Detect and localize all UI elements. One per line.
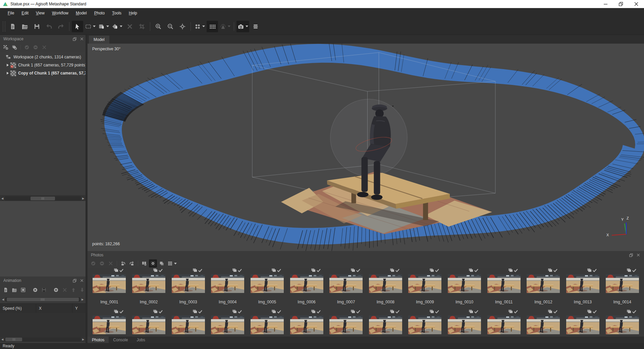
add-plus-button[interactable]: [52, 286, 60, 294]
menu-file[interactable]: File: [4, 8, 18, 18]
open-button[interactable]: [19, 21, 31, 32]
zoom-out-button[interactable]: [165, 21, 176, 32]
photo-thumbnail[interactable]: Img_0010: [445, 268, 484, 304]
animation-hscrollbar[interactable]: ◀ ▶: [0, 336, 86, 342]
photo-thumbnail[interactable]: [366, 309, 406, 334]
undo-button[interactable]: [43, 21, 55, 32]
new-document-button[interactable]: [2, 286, 10, 294]
menu-workflow[interactable]: Workflow: [48, 8, 72, 18]
photo-thumbnail[interactable]: Img_0006: [287, 268, 326, 304]
photo-thumbnail[interactable]: [248, 309, 287, 334]
remove-x-button[interactable]: [40, 43, 48, 51]
photo-thumbnail[interactable]: Img_0003: [168, 268, 208, 304]
photo-thumbnail[interactable]: Img_0004: [208, 268, 248, 304]
tree-item[interactable]: Copy of Chunk 1 (657 cameras, 57,729: [0, 69, 86, 77]
photo-thumbnail[interactable]: [129, 309, 169, 334]
save-button[interactable]: [40, 286, 48, 294]
crop-button[interactable]: [136, 21, 148, 32]
rotate-tool-button[interactable]: [111, 21, 123, 32]
menu-view[interactable]: View: [32, 8, 48, 18]
animation-float-icon[interactable]: [71, 277, 78, 284]
new-document-button[interactable]: [7, 21, 18, 32]
workspace-hscrollbar[interactable]: ◀ ▶: [0, 195, 86, 201]
menu-model[interactable]: Model: [72, 8, 91, 18]
show-masks-button[interactable]: [149, 259, 157, 267]
pan-tool-button[interactable]: [97, 21, 110, 32]
scroll-left-icon[interactable]: ◀: [0, 337, 5, 342]
photo-thumbnail[interactable]: [524, 309, 563, 334]
enable-check-button[interactable]: [89, 259, 97, 267]
add-photos-button[interactable]: [10, 43, 18, 51]
animation-timeline-slider[interactable]: ◀ ▶: [0, 295, 86, 303]
thumbnail-view-button[interactable]: [166, 259, 178, 267]
rotate-right-button[interactable]: [128, 259, 136, 267]
dropdown-arrow-icon[interactable]: [202, 26, 205, 27]
photo-thumbnail[interactable]: Img_0007: [326, 268, 366, 304]
photo-thumbnail[interactable]: Img_0014: [602, 268, 642, 304]
photo-thumbnail[interactable]: [445, 309, 484, 334]
disable-minus-button[interactable]: [98, 259, 106, 267]
save-button[interactable]: [31, 21, 43, 32]
workspace-close-icon[interactable]: [78, 36, 86, 42]
menu-help[interactable]: Help: [125, 8, 141, 18]
dropdown-arrow-icon[interactable]: [120, 26, 122, 27]
scroll-right-icon[interactable]: ▶: [81, 196, 86, 201]
slider-left-icon[interactable]: ◀: [1, 297, 5, 302]
expand-arrow-icon[interactable]: [7, 72, 9, 74]
photo-thumbnail[interactable]: [484, 309, 524, 334]
photo-thumbnail[interactable]: Img_0013: [563, 268, 603, 304]
move-up-button[interactable]: [69, 286, 77, 294]
filter-photos-button[interactable]: [140, 259, 148, 267]
dropdown-arrow-icon[interactable]: [106, 26, 109, 27]
photo-thumbnail[interactable]: [602, 309, 642, 334]
bottom-tab-console[interactable]: Console: [109, 337, 132, 343]
model-viewport[interactable]: Perspective 30° points: 182,266 X Y Z: [88, 44, 644, 251]
tab-model[interactable]: Model: [89, 36, 109, 44]
selection-arrow-button[interactable]: [72, 21, 83, 32]
remove-x-button[interactable]: [61, 286, 69, 294]
enable-check-button[interactable]: [23, 43, 31, 51]
minimize-button[interactable]: [598, 0, 613, 8]
zoom-in-button[interactable]: [153, 21, 164, 32]
photos-float-icon[interactable]: [627, 252, 635, 258]
remove-x-button[interactable]: [107, 259, 115, 267]
photo-thumbnail[interactable]: Img_0008: [366, 268, 406, 304]
dense-cloud-button[interactable]: [207, 21, 218, 32]
dropdown-arrow-icon[interactable]: [93, 26, 96, 27]
photo-thumbnail[interactable]: [90, 309, 129, 334]
photo-overlap-button[interactable]: [158, 259, 166, 267]
photo-thumbnail[interactable]: [405, 309, 445, 334]
move-down-button[interactable]: [78, 286, 86, 294]
menu-tools[interactable]: Tools: [108, 8, 125, 18]
play-button[interactable]: [31, 286, 39, 294]
photo-thumbnail[interactable]: Img_0005: [248, 268, 287, 304]
photo-thumbnail[interactable]: [208, 309, 248, 334]
dropdown-arrow-icon[interactable]: [246, 26, 248, 27]
model-shaded-button[interactable]: [219, 21, 231, 32]
scroll-right-icon[interactable]: ▶: [81, 337, 86, 342]
bottom-tab-photos[interactable]: Photos: [88, 337, 109, 343]
delete-button[interactable]: [124, 21, 136, 32]
photo-thumbnail[interactable]: Img_0001: [90, 268, 129, 304]
photos-close-icon[interactable]: [635, 252, 642, 258]
photo-thumbnail[interactable]: Img_0012: [524, 268, 563, 304]
animation-close-icon[interactable]: [78, 277, 86, 284]
disable-minus-button[interactable]: [32, 43, 40, 51]
photo-thumbnail[interactable]: Img_0009: [405, 268, 445, 304]
bottom-tab-jobs[interactable]: Jobs: [132, 337, 149, 343]
workspace-float-icon[interactable]: [71, 36, 78, 42]
reset-view-button[interactable]: [177, 21, 188, 32]
open-button[interactable]: [10, 286, 18, 294]
photo-thumbnail[interactable]: Img_0011: [484, 268, 524, 304]
add-chunk-button[interactable]: [2, 43, 10, 51]
photo-thumbnail[interactable]: Img_0002: [129, 268, 169, 304]
tree-item[interactable]: Chunk 1 (657 cameras, 57,729 points): [0, 61, 86, 69]
menu-edit[interactable]: Edit: [18, 8, 32, 18]
scroll-left-icon[interactable]: ◀: [0, 196, 5, 201]
tree-item[interactable]: Workspace (2 chunks, 1314 cameras): [0, 53, 86, 61]
photo-thumbnail[interactable]: [287, 309, 326, 334]
expand-arrow-icon[interactable]: [7, 64, 9, 66]
point-cloud-button[interactable]: [193, 21, 206, 32]
redo-button[interactable]: [55, 21, 67, 32]
rotate-left-button[interactable]: [119, 259, 127, 267]
